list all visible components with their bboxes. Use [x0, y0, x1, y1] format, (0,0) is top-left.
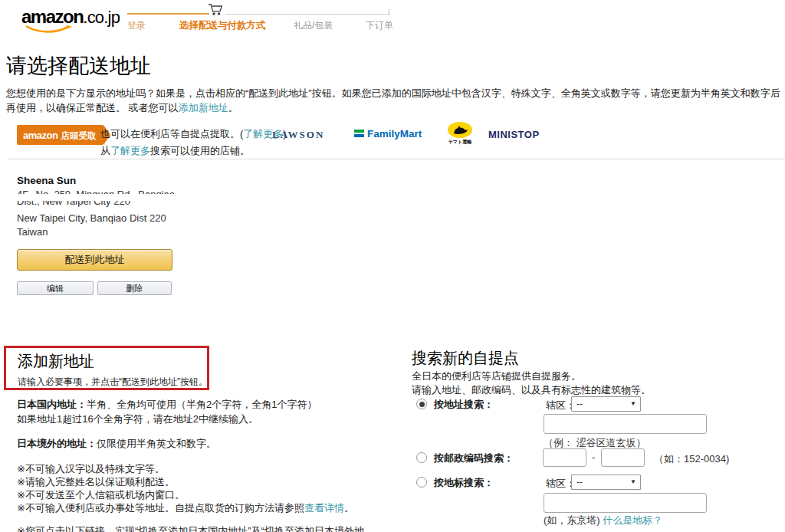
district-select-1[interactable]: -- ▼ [571, 396, 641, 412]
domestic-address-rule-2: 如果地址1超过16个全角字符，请在地址2中继续输入。 [17, 412, 258, 426]
intro-paragraph: 您想使用的是下方显示的地址吗？如果是，点击相应的“配送到此地址”按钮。如果您已添… [6, 86, 782, 115]
address-redacted-line-2: Dist., New Taipei City 220 [17, 201, 239, 209]
progress-line-done [127, 13, 209, 15]
learn-more-link-2[interactable]: 了解更多 [110, 145, 150, 156]
domestic-address-label: 日本国内地址： [17, 399, 87, 410]
note-4-text: ※不可输入便利店或办事处等地址。自提点取货的订购方法请参照 [17, 502, 304, 514]
intro-text: 您想使用的是下方显示的地址吗？如果是，点击相应的“配送到此地址”按钮。如果您已添… [6, 87, 780, 113]
checkout-page: amazon.co.jp 登录 选择配送与付款方式 礼品/包装 下订单 请选择配… [0, 0, 785, 532]
what-is-landmark-link[interactable]: 什么是地标？ [603, 514, 662, 526]
note-2: ※请输入完整姓名以保证顺利配送。 [17, 475, 175, 489]
address-redacted-text-1: 4F., No. 250, Minquan Rd., Banqiao [17, 189, 239, 194]
deliver-to-this-address-button[interactable]: 配送到此地址 [17, 249, 172, 271]
step-shipping-payment: 选择配送与付款方式 [179, 19, 266, 32]
district-select-2[interactable]: -- ▼ [571, 475, 641, 490]
progress-line-pending [225, 14, 389, 15]
note-3: ※不可发送至个人信箱或机场内窗口。 [17, 488, 185, 502]
see-details-link[interactable]: 查看详情 [304, 502, 344, 514]
pickup-banner-line2: 从了解更多搜索可以使用的店铺。 [100, 143, 287, 159]
address-redacted-text-2: Dist., New Taipei City 220 [17, 201, 239, 207]
chevron-down-icon: ▼ [630, 478, 636, 485]
step-place-order: 下订单 [366, 19, 393, 32]
familymart-logo-text: FamilyMart [367, 128, 422, 140]
overseas-address-text: 仅限使用半角英文和数字。 [97, 438, 216, 449]
note-cutoff: ※您可点击以下链接，实现“切换至添加日本国内地址”及“切换至添加日本境外地 [17, 524, 364, 532]
postal-example: （如：152-0034) [654, 452, 729, 466]
add-new-address-subtitle: 请输入必要事项，并点击“配送到此地址”按钮。 [18, 376, 207, 389]
overseas-address-rule: 日本境外的地址：仅限使用半角英文和数字。 [17, 437, 216, 451]
line1-text: 也可以在便利店等自提点提取。( [100, 128, 243, 140]
postal-separator: - [592, 452, 595, 463]
landmark-search-input[interactable] [544, 493, 707, 513]
pickup-search-desc-1: 全日本的便利店等店铺提供自提服务。 [412, 369, 581, 383]
cart-icon [208, 3, 225, 16]
badge-brand: amazon [23, 130, 57, 141]
amazon-store-pickup-badge: amazon店頭受取 [17, 125, 103, 145]
step-gift-wrap: 礼品/包装 [294, 19, 333, 32]
search-by-postal-label: 按邮政编码搜索： [434, 452, 514, 465]
radio-search-by-address[interactable] [416, 399, 427, 409]
landmark-example: (如，东京塔) 什么是地标？ [544, 514, 662, 527]
postal-code-input-2[interactable] [601, 448, 645, 467]
search-by-address-label: 按地址搜索： [434, 398, 494, 412]
landmark-example-text: (如，东京塔) [544, 514, 600, 526]
radio-search-by-landmark[interactable] [416, 477, 427, 488]
add-new-address-highlight-box: 添加新地址 请输入必要事项，并点击“配送到此地址”按钮。 [4, 346, 209, 390]
yamato-logo-text: ヤマト運輸 [447, 139, 473, 146]
note-4: ※不可输入便利店或办事处等地址。自提点取货的订购方法请参照查看详情。 [17, 501, 354, 515]
progress-end-tick [389, 9, 389, 15]
add-new-address-title: 添加新地址 [18, 351, 207, 372]
overseas-address-label: 日本境外的地址： [17, 438, 97, 449]
intro-text-suffix: 。 [228, 102, 238, 113]
ministop-logo: MINISTOP [488, 129, 540, 140]
pickup-banner-line1: 也可以在便利店等自提点提取。(了解更多) [100, 126, 287, 143]
familymart-logo: FamilyMart [354, 128, 422, 140]
line2-suffix: 搜索可以使用的店铺。 [150, 145, 250, 156]
address-name: Sheena Sun [17, 175, 76, 186]
district-select-1-value: -- [576, 399, 583, 409]
address-city-line: New Taipei City, Banqiao Dist 220 [17, 212, 166, 224]
step-login: 登录 [127, 19, 146, 32]
pickup-search-title: 搜索新的自提点 [412, 348, 519, 369]
postal-code-input-1[interactable] [543, 448, 586, 467]
district-select-2-value: -- [576, 477, 583, 488]
address-redacted-line-1: 4F., No. 250, Minquan Rd., Banqiao [17, 189, 239, 194]
amazon-logo-tld: .co.jp [83, 8, 120, 27]
familymart-icon [354, 130, 364, 138]
radio-search-by-postal[interactable] [416, 452, 427, 463]
amazon-smile-icon [25, 25, 74, 34]
badge-label: 店頭受取 [61, 131, 96, 140]
section-divider [8, 159, 785, 159]
chevron-down-icon: ▼ [630, 400, 636, 407]
pickup-banner-text: 也可以在便利店等自提点提取。(了解更多) 从了解更多搜索可以使用的店铺。 [100, 126, 287, 159]
note-4-suffix: 。 [344, 502, 354, 514]
domestic-address-text: 半角、全角均可使用（半角2个字符，全角1个字符） [87, 399, 317, 410]
add-new-address-link[interactable]: 添加新地址 [179, 102, 228, 113]
yamato-cat-icon [448, 122, 472, 138]
delete-address-button[interactable]: 删除 [97, 281, 172, 295]
address-country-line: Taiwan [17, 226, 48, 238]
lawson-logo: LAWSON [272, 129, 324, 141]
amazon-logo[interactable]: amazon.co.jp [21, 6, 129, 32]
search-by-landmark-label: 按地标搜索： [434, 476, 494, 490]
domestic-address-rule: 日本国内地址：半角、全角均可使用（半角2个字符，全角1个字符） [17, 398, 317, 412]
yamato-logo: ヤマト運輸 [447, 122, 473, 146]
note-1: ※不可输入汉字以及特殊文字等。 [17, 462, 165, 476]
page-title: 请选择配送地址 [6, 52, 151, 80]
address-search-input[interactable] [544, 414, 707, 434]
pickup-search-desc-2: 请输入地址、邮政编码、以及具有标志性的建筑物等。 [412, 383, 651, 397]
line2-prefix: 从 [100, 145, 110, 156]
amazon-logo-brand: amazon [21, 6, 83, 27]
edit-address-button[interactable]: 编辑 [17, 281, 94, 295]
